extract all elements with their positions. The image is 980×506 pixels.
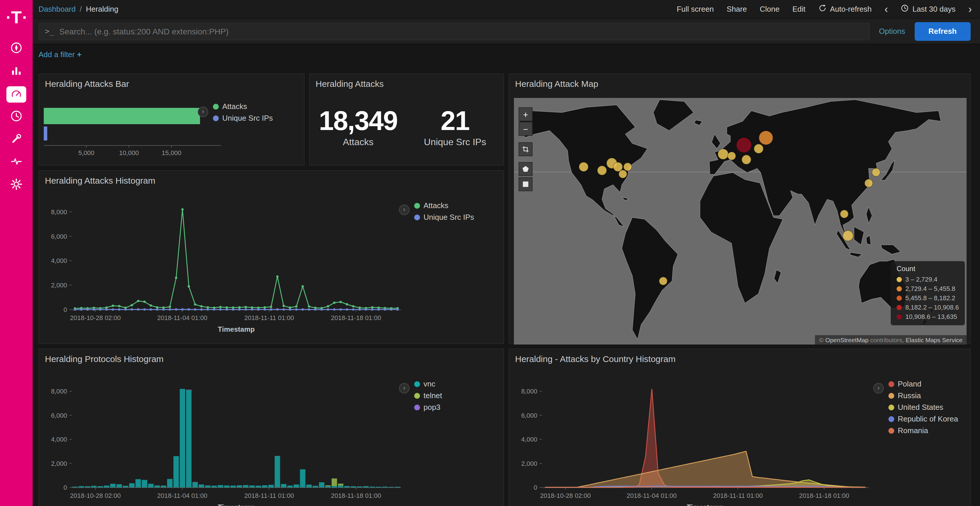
map-count-legend: Count 3 – 2,729.4 2,729.4 – 5,455.8 5,45… bbox=[891, 261, 965, 325]
legend-item: 5,455.8 – 8,182.2 bbox=[897, 293, 959, 303]
legend-item[interactable]: Unique Src IPs bbox=[213, 114, 273, 122]
legend-item[interactable]: Unique Src IPs bbox=[414, 213, 474, 222]
legend-color-dot bbox=[414, 203, 420, 208]
svg-text:2018-11-18 01:00: 2018-11-18 01:00 bbox=[331, 314, 381, 322]
svg-text:5,000: 5,000 bbox=[78, 149, 94, 157]
legend-label: Republic of Korea bbox=[898, 414, 958, 423]
draw-rectangle-button[interactable] bbox=[519, 177, 533, 191]
metric-value: 21 bbox=[407, 105, 503, 136]
zoom-in-button[interactable]: + bbox=[519, 107, 533, 121]
svg-text:2,000: 2,000 bbox=[51, 282, 67, 289]
topbar-actions: Full screen Share Clone Edit Auto-refres… bbox=[677, 4, 972, 14]
legend-item: 3 – 2,729.4 bbox=[897, 274, 959, 284]
breadcrumb-current: Heralding bbox=[86, 5, 118, 13]
attacks-bar-chart[interactable]: 5,00010,00015,000 bbox=[39, 88, 305, 159]
legend-toggle-icon[interactable]: › bbox=[399, 383, 409, 393]
search-input[interactable] bbox=[59, 27, 869, 36]
time-forward-button[interactable]: › bbox=[968, 4, 972, 14]
time-range-picker[interactable]: Last 30 days bbox=[901, 4, 956, 14]
panel-title: Heralding - Attacks by Country Histogram bbox=[509, 349, 970, 365]
legend-item[interactable]: Russia bbox=[888, 391, 958, 400]
sidebar-item-visualize[interactable] bbox=[0, 65, 33, 79]
time-back-button[interactable]: ‹ bbox=[885, 4, 888, 14]
legend-item[interactable]: Romania bbox=[888, 426, 958, 435]
query-bar: >_ Options Refresh bbox=[33, 19, 980, 44]
share-button[interactable]: Share bbox=[727, 5, 747, 13]
panel-heralding-attack-map: Heralding Attack Map bbox=[509, 73, 970, 344]
svg-text:4,000: 4,000 bbox=[521, 436, 537, 443]
legend-color-dot bbox=[414, 404, 420, 410]
zoom-out-button[interactable]: − bbox=[519, 122, 533, 136]
auto-refresh-button[interactable]: Auto-refresh bbox=[818, 4, 872, 14]
legend-toggle-icon[interactable]: › bbox=[399, 205, 409, 215]
legend-item[interactable]: Attacks bbox=[414, 201, 474, 210]
openstreetmap-link[interactable]: OpenStreetMap bbox=[826, 336, 869, 343]
legend-label: telnet bbox=[423, 391, 442, 400]
svg-text:2018-11-11 01:00: 2018-11-11 01:00 bbox=[713, 492, 763, 499]
legend-item[interactable]: vnc bbox=[414, 379, 442, 388]
legend-item: 2,729.4 – 5,455.8 bbox=[897, 284, 959, 293]
legend-toggle-icon[interactable]: › bbox=[198, 107, 208, 117]
breadcrumb-dashboard[interactable]: Dashboard bbox=[38, 5, 76, 13]
chart-legend: Poland Russia United States Republic of … bbox=[888, 379, 958, 435]
wrench-icon bbox=[10, 132, 23, 148]
logo-letter: T bbox=[11, 8, 22, 27]
svg-text:2018-10-28 02:00: 2018-10-28 02:00 bbox=[540, 492, 591, 499]
elastic-maps-service-link[interactable]: Elastic Maps Service bbox=[905, 336, 963, 343]
svg-text:Timestamp: Timestamp bbox=[687, 503, 724, 506]
sidebar-nav bbox=[0, 42, 33, 192]
legend-color-dot bbox=[897, 305, 902, 310]
world-map[interactable]: + − Count 3 – 2,729.4 2,729.4 – 5,455.8 … bbox=[514, 98, 967, 344]
legend-toggle-icon[interactable]: › bbox=[873, 383, 884, 393]
search-box: >_ bbox=[38, 22, 870, 40]
refresh-button[interactable]: Refresh bbox=[915, 22, 970, 41]
fit-bounds-button[interactable] bbox=[519, 142, 533, 156]
add-filter-link[interactable]: Add a filter+ bbox=[38, 50, 82, 59]
edit-button[interactable]: Edit bbox=[792, 5, 806, 13]
plus-icon: + bbox=[77, 50, 81, 59]
panel-title: Heralding Attacks Bar bbox=[39, 74, 304, 90]
full-screen-button[interactable]: Full screen bbox=[677, 5, 714, 13]
legend-label: Poland bbox=[898, 379, 921, 388]
metric-group: 18,349 Attacks 21 Unique Src IPs bbox=[310, 105, 503, 148]
legend-color-dot bbox=[888, 381, 894, 387]
legend-label: Unique Src IPs bbox=[222, 114, 273, 122]
sidebar-item-timelion[interactable] bbox=[0, 110, 33, 124]
svg-text:Timestamp: Timestamp bbox=[218, 503, 255, 506]
sidebar-item-monitoring[interactable] bbox=[0, 155, 33, 170]
chart-legend: Attacks Unique Src IPs bbox=[213, 102, 273, 122]
sidebar-item-dashboard[interactable] bbox=[0, 87, 33, 102]
logo-dot bbox=[7, 16, 10, 19]
svg-text:0: 0 bbox=[534, 484, 537, 491]
svg-text:10,000: 10,000 bbox=[119, 149, 138, 157]
legend-color-dot bbox=[888, 393, 894, 398]
panel-title: Heralding Protocols Histogram bbox=[39, 349, 503, 365]
sidebar-item-management[interactable] bbox=[0, 178, 33, 192]
svg-text:4,000: 4,000 bbox=[51, 436, 67, 443]
svg-text:8,000: 8,000 bbox=[51, 208, 67, 216]
sidebar-item-dev-tools[interactable] bbox=[0, 133, 33, 147]
legend-item[interactable]: Poland bbox=[888, 379, 958, 388]
map-attribution: © OpenStreetMap contributors, Elastic Ma… bbox=[815, 335, 967, 344]
metric-label: Attacks bbox=[310, 137, 407, 148]
legend-title: Count bbox=[897, 265, 959, 273]
svg-text:Timestamp: Timestamp bbox=[218, 325, 255, 333]
legend-item[interactable]: pop3 bbox=[414, 403, 442, 412]
telekom-logo[interactable]: T bbox=[0, 0, 33, 35]
legend-item[interactable]: Attacks bbox=[213, 102, 273, 111]
legend-label: United States bbox=[898, 403, 943, 412]
svg-text:2018-10-28 02:00: 2018-10-28 02:00 bbox=[70, 492, 121, 499]
svg-text:2018-11-18 01:00: 2018-11-18 01:00 bbox=[331, 492, 381, 499]
filter-bar: Add a filter+ bbox=[33, 44, 82, 64]
sidebar-item-discover[interactable] bbox=[0, 42, 33, 56]
query-options-link[interactable]: Options bbox=[879, 27, 905, 36]
draw-polygon-button[interactable] bbox=[519, 162, 533, 176]
legend-color-dot bbox=[888, 404, 894, 410]
legend-item[interactable]: telnet bbox=[414, 391, 442, 400]
legend-item[interactable]: Republic of Korea bbox=[888, 414, 958, 423]
legend-item[interactable]: United States bbox=[888, 403, 958, 412]
svg-text:2,000: 2,000 bbox=[521, 460, 537, 467]
clone-button[interactable]: Clone bbox=[760, 5, 780, 13]
panel-title: Heralding Attacks bbox=[310, 74, 503, 90]
legend-label: Attacks bbox=[222, 102, 247, 111]
